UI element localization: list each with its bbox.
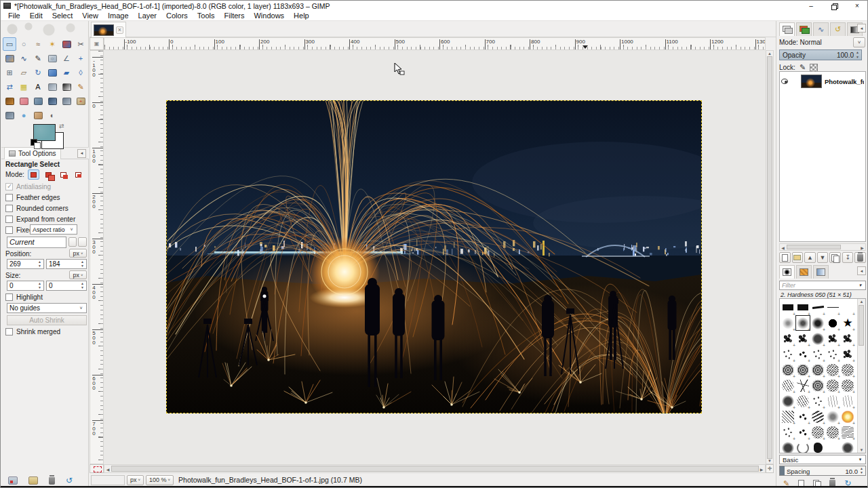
brush-cell-star[interactable]: ★	[840, 315, 855, 331]
brush-tag-input[interactable]: Basic ▾	[779, 455, 866, 464]
menu-windows[interactable]: Windows	[249, 12, 289, 20]
brush-cell-blank[interactable]	[825, 440, 840, 453]
brush-scrollbar[interactable]: ▲ ▼	[857, 299, 865, 453]
horizontal-ruler[interactable]: -100010020030040050060070080090010001100…	[104, 37, 766, 50]
layer-scroll-left-icon[interactable]: ◀	[781, 245, 785, 250]
highlight-checkbox[interactable]	[5, 293, 13, 301]
lock-alpha-icon[interactable]	[810, 64, 818, 72]
delete-layer-button[interactable]	[854, 252, 866, 263]
layer-list-scrollbar[interactable]: ◀ ▶	[779, 243, 866, 251]
horizontal-scrollbar[interactable]: ◀ ▶	[104, 464, 766, 473]
brush-cell-blank[interactable]	[840, 300, 855, 315]
layer-row[interactable]: Photowalk_fun_	[780, 73, 865, 89]
menu-image[interactable]: Image	[103, 12, 134, 20]
tool-select-by-color[interactable]	[60, 37, 73, 51]
image-layer-boundary[interactable]	[166, 100, 702, 413]
tool-zoom[interactable]: ○	[45, 52, 59, 65]
brush-cell-dots[interactable]	[795, 409, 810, 424]
tool-scale[interactable]	[45, 66, 59, 79]
brush-cell-speck[interactable]	[781, 424, 795, 440]
tool-pencil[interactable]: ✎	[74, 80, 87, 94]
rounded-row[interactable]: Rounded corners	[5, 205, 68, 212]
wilber-drag-area[interactable]	[1, 21, 89, 37]
brush-cell-wisp[interactable]	[840, 393, 855, 409]
auto-shrink-button[interactable]: Auto Shrink	[7, 315, 87, 325]
fixed-checkbox[interactable]	[5, 226, 13, 234]
duplicate-layer-button[interactable]	[829, 252, 841, 263]
scroll-right-icon[interactable]: ▶	[760, 467, 764, 472]
menu-file[interactable]: File	[3, 12, 25, 20]
zoom-level-dropdown[interactable]: 100 %˅	[146, 475, 174, 485]
default-colors-icon[interactable]	[31, 139, 39, 148]
new-group-button[interactable]	[792, 252, 804, 263]
tool-blend[interactable]	[60, 80, 73, 94]
brush-cell-speck[interactable]	[825, 346, 840, 362]
tool-paths[interactable]: ∿	[17, 52, 31, 65]
brush-cell-scratch[interactable]	[781, 378, 795, 393]
menu-help[interactable]: Help	[289, 12, 314, 20]
tab-layers[interactable]	[779, 22, 795, 36]
brush-cell-splat[interactable]	[825, 331, 840, 346]
brush-cell-soft2[interactable]	[795, 315, 810, 331]
layer-thumbnail[interactable]	[801, 75, 822, 88]
brush-cell-wisp[interactable]	[825, 393, 840, 409]
brush-cell-scratch[interactable]	[795, 393, 810, 409]
brush-cell-splat[interactable]	[795, 331, 810, 346]
tool-clone[interactable]	[60, 94, 73, 108]
status-unit-dropdown[interactable]: px˅	[127, 475, 144, 485]
brush-cell-speck[interactable]	[810, 346, 825, 362]
position-unit-dropdown[interactable]: px˅	[69, 249, 87, 258]
lower-layer-button[interactable]: ▼	[817, 252, 829, 263]
mode-intersect-button[interactable]	[73, 169, 84, 180]
menu-colors[interactable]: Colors	[161, 12, 193, 20]
navigation-button[interactable]: ✛	[766, 464, 774, 473]
brush-cell-thinline[interactable]	[825, 300, 840, 315]
menu-filters[interactable]: Filters	[220, 12, 250, 20]
menu-view[interactable]: View	[77, 12, 103, 20]
brush-cell-texture[interactable]	[825, 378, 840, 393]
tool-smudge[interactable]	[31, 108, 45, 122]
opacity-slider[interactable]: Opacity 100.0 ▲▼	[779, 49, 862, 60]
tool-blur-sharpen[interactable]: ●	[17, 108, 31, 122]
save-preset-button[interactable]	[8, 476, 18, 485]
brush-filter-input[interactable]: Filter ▾	[779, 281, 866, 290]
close-button[interactable]: ×	[846, 1, 868, 11]
tool-free-select[interactable]: ≈	[31, 37, 45, 51]
menu-select[interactable]: Select	[47, 12, 78, 20]
mode-add-button[interactable]	[43, 169, 54, 180]
menu-edit[interactable]: Edit	[25, 12, 47, 20]
shrink-merged-checkbox[interactable]	[5, 328, 13, 336]
tool-measure[interactable]: ∠	[60, 52, 73, 65]
scroll-left-icon[interactable]: ◀	[106, 467, 110, 472]
tab-undo-history[interactable]: ↺	[830, 22, 846, 36]
anchor-layer-button[interactable]: ↧	[842, 252, 854, 263]
tool-rectangle-select[interactable]: ▭	[3, 37, 16, 51]
layer-visibility-icon[interactable]	[781, 79, 788, 84]
brush-scroll-down-icon[interactable]: ▼	[858, 448, 865, 452]
expand-row[interactable]: Expand from center	[5, 216, 75, 223]
brush-cell-swirl[interactable]	[795, 440, 810, 453]
tab-brushes[interactable]	[779, 265, 795, 279]
brush-cell-ink[interactable]	[810, 440, 825, 453]
brush-cell-texture[interactable]	[840, 378, 855, 393]
brush-scroll-thumb[interactable]	[859, 305, 864, 346]
position-x-field[interactable]: 269▲▼	[7, 259, 44, 269]
minimize-button[interactable]: –	[800, 1, 823, 11]
tool-paintbrush[interactable]	[3, 94, 16, 108]
brush-cell-speck[interactable]	[810, 393, 825, 409]
tool-perspective[interactable]: ◊	[74, 66, 87, 79]
tab-close-icon[interactable]: ×	[116, 26, 123, 34]
vertical-ruler[interactable]: -1000100200300400500600700800	[90, 50, 104, 464]
canvas-viewport[interactable]	[104, 50, 766, 464]
tab-patterns[interactable]	[796, 265, 812, 279]
vertical-scrollbar[interactable]: ▲ ▼	[766, 50, 774, 464]
image-tab[interactable]: ×	[91, 22, 126, 37]
mode-replace-button[interactable]	[28, 169, 39, 180]
vertical-scroll-thumb[interactable]	[767, 56, 772, 459]
new-layer-button[interactable]	[779, 252, 791, 263]
tool-crop[interactable]: ▱	[17, 66, 31, 79]
brush-cell-blob[interactable]	[781, 440, 795, 453]
antialiasing-row[interactable]: Antialiasing	[5, 183, 51, 190]
brush-cell-texture[interactable]	[810, 424, 825, 440]
layer-scroll-right-icon[interactable]: ▶	[861, 245, 864, 250]
